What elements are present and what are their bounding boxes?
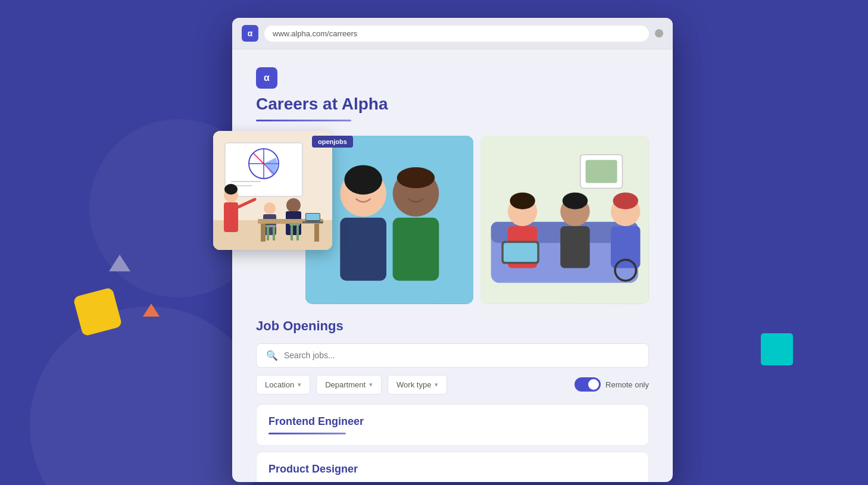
job-openings-title: Job Openings <box>256 318 649 334</box>
browser-menu-dot <box>655 29 663 37</box>
svg-rect-52 <box>302 221 323 223</box>
svg-point-6 <box>396 167 435 188</box>
search-bar: 🔍 <box>256 343 649 368</box>
page-header: α Careers at Alpha <box>256 67 649 121</box>
svg-point-23 <box>613 192 638 209</box>
deco-square-teal <box>761 333 793 365</box>
floating-classroom-image <box>213 131 332 250</box>
page-content: α Careers at Alpha + <box>232 49 673 482</box>
svg-rect-42 <box>261 224 266 242</box>
svg-rect-51 <box>306 214 320 220</box>
deco-triangle-left <box>109 255 130 271</box>
job-card-underline-1 <box>268 433 346 434</box>
page-title: Careers at Alpha <box>256 95 649 114</box>
svg-point-3 <box>344 165 382 194</box>
open-jobs-badge: openjobs <box>312 136 353 148</box>
svg-rect-46 <box>267 227 269 240</box>
job-title-frontend: Frontend Engineer <box>268 415 636 428</box>
remote-only-toggle[interactable] <box>574 377 601 392</box>
svg-rect-49 <box>296 226 299 240</box>
url-bar[interactable] <box>264 26 649 42</box>
svg-point-37 <box>264 202 276 214</box>
gallery-image-team <box>480 136 649 304</box>
svg-rect-44 <box>266 225 276 227</box>
job-card-frontend[interactable]: Frontend Engineer <box>256 404 649 446</box>
browser-window: α α Careers at Alpha + <box>232 18 673 482</box>
title-underline <box>256 120 351 121</box>
toggle-knob <box>588 379 599 390</box>
alpha-logo: α <box>256 67 277 89</box>
svg-rect-43 <box>314 224 319 242</box>
browser-logo: α <box>242 25 258 42</box>
svg-point-35 <box>224 184 238 195</box>
svg-point-39 <box>286 198 301 212</box>
filter-row: Location Department Work type Remote onl… <box>256 375 649 395</box>
svg-point-21 <box>510 192 535 209</box>
svg-rect-19 <box>611 226 640 268</box>
remote-toggle-group: Remote only <box>574 377 649 392</box>
svg-rect-5 <box>392 218 439 281</box>
remote-only-label: Remote only <box>605 380 649 389</box>
search-icon: 🔍 <box>266 350 278 361</box>
svg-rect-9 <box>586 160 617 183</box>
svg-rect-2 <box>340 218 386 281</box>
svg-rect-17 <box>561 226 590 268</box>
job-title-designer: Product Designer <box>268 463 636 475</box>
browser-chrome: α <box>232 18 673 49</box>
svg-rect-34 <box>224 202 238 232</box>
job-card-designer[interactable]: Product Designer <box>256 452 649 482</box>
svg-rect-15 <box>504 243 538 262</box>
search-input[interactable] <box>284 351 639 360</box>
work-type-filter[interactable]: Work type <box>388 375 447 395</box>
job-openings-section: Job Openings 🔍 Location Department Work … <box>256 318 649 482</box>
department-filter[interactable]: Department <box>316 375 382 395</box>
svg-rect-45 <box>289 223 300 226</box>
svg-rect-48 <box>291 226 293 240</box>
svg-rect-47 <box>273 227 275 240</box>
deco-triangle-orange <box>143 303 160 317</box>
svg-point-22 <box>563 192 588 209</box>
location-filter[interactable]: Location <box>256 375 310 395</box>
